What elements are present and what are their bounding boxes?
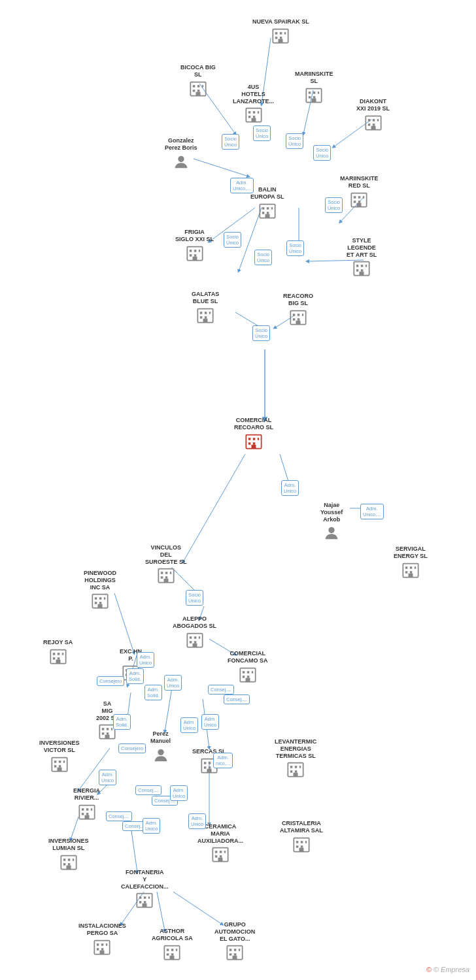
svg-rect-70: [267, 207, 269, 210]
svg-rect-159: [56, 659, 60, 663]
svg-rect-91: [361, 265, 364, 268]
svg-rect-105: [298, 314, 300, 316]
node-rejoy[interactable]: REJOY SA: [43, 639, 73, 666]
svg-rect-151: [247, 676, 250, 678]
node-levantermic[interactable]: LEVANTERMICENERGIASTERMICAS SL: [275, 738, 316, 779]
svg-rect-65: [372, 123, 375, 126]
svg-rect-76: [354, 196, 356, 199]
svg-rect-198: [86, 808, 88, 811]
node-cristaleria[interactable]: CRISTALERIAALTAMIRA SAL: [280, 820, 323, 854]
badge-consejero-1: Consejero: [97, 676, 124, 686]
node-frigia-siglo[interactable]: FRIGIASIGLO XXI SL: [175, 229, 214, 263]
svg-rect-220: [73, 858, 74, 861]
badge-adm-solid-1: Adm.Solid.: [126, 668, 144, 684]
svg-rect-99: [209, 312, 211, 314]
svg-rect-119: [405, 566, 408, 569]
svg-line-4: [194, 159, 248, 176]
node-perez-manuel[interactable]: PerezManuel: [150, 730, 171, 764]
svg-rect-202: [84, 815, 89, 819]
node-comercial-foncamo[interactable]: COMERCIALFONCAMO SA: [228, 650, 268, 684]
badge-adm-unico-1: Adm.Unico,...: [230, 178, 254, 193]
node-pinewood[interactable]: PINEWOODHOLDINGSINC SA: [84, 570, 116, 610]
svg-rect-33: [275, 32, 278, 35]
svg-rect-138: [98, 604, 103, 608]
node-fontaneria[interactable]: FONTANERIAYCALEFACCION...: [121, 869, 169, 909]
svg-rect-114: [248, 442, 251, 445]
badge-adm-unico-12: Adm.Unico: [143, 818, 160, 834]
node-servigal[interactable]: SERVIGALENERGY SL: [394, 546, 428, 580]
node-style-legende[interactable]: STYLELEGENDEET ART SL: [347, 237, 377, 278]
node-aleppo[interactable]: ALEPPOABOGADOS SL: [173, 615, 216, 649]
node-diakont[interactable]: DIAKONTXXI 2019 SL: [356, 98, 390, 132]
svg-rect-85: [198, 250, 199, 252]
node-mariinskite[interactable]: MARIINSKITESL: [295, 71, 333, 105]
svg-rect-41: [197, 85, 200, 88]
svg-rect-61: [367, 119, 370, 122]
badge-socio-unico-3: SocioÚnico: [286, 133, 303, 149]
svg-rect-170: [111, 728, 112, 731]
svg-rect-59: [312, 98, 316, 102]
node-gonzalez[interactable]: GonzalezPerez Boris: [165, 137, 197, 171]
svg-rect-211: [296, 841, 299, 843]
svg-rect-127: [165, 572, 168, 575]
svg-rect-240: [171, 949, 174, 951]
node-bicoca-big[interactable]: BICOCA BIGSL: [180, 64, 216, 98]
node-instalaciones-pergo[interactable]: INSTALACIONESPERGO SA: [78, 923, 126, 956]
svg-rect-152: [245, 678, 250, 681]
svg-rect-73: [267, 212, 269, 214]
svg-rect-192: [299, 766, 301, 769]
svg-rect-201: [86, 813, 88, 815]
svg-rect-183: [204, 762, 207, 764]
svg-rect-207: [215, 856, 218, 858]
badge-socio-unico-6: SocioÚnico: [224, 232, 241, 248]
node-vinculos[interactable]: VINCULOSDELSUROESTE SL: [145, 544, 187, 585]
svg-rect-222: [68, 863, 71, 866]
badge-adm-unico-8: Adm.Unico: [99, 770, 116, 785]
svg-rect-144: [194, 641, 196, 644]
node-najae[interactable]: NajaeYoussefArkob: [320, 502, 343, 542]
node-inversiones-lumian[interactable]: INVERSIONESLUMIAN SL: [48, 838, 89, 872]
badge-adm-unico-7: Adm.Unico: [201, 714, 219, 730]
node-nueva-spairak[interactable]: NUEVA SPAIRAK SL: [252, 18, 309, 45]
svg-rect-35: [284, 32, 286, 35]
svg-rect-148: [247, 671, 250, 674]
svg-rect-221: [63, 863, 66, 866]
svg-rect-206: [224, 851, 226, 854]
svg-rect-232: [97, 943, 99, 946]
node-reacoro-big[interactable]: REACOROBIG SL: [283, 293, 313, 327]
node-balin-europa[interactable]: BALINEUROPA SL: [250, 186, 284, 220]
svg-rect-205: [220, 851, 222, 854]
svg-rect-93: [356, 270, 359, 272]
svg-rect-200: [81, 813, 84, 815]
svg-rect-248: [239, 949, 240, 952]
node-mariinskite-red[interactable]: MARIINSKITERED SL: [340, 175, 379, 209]
svg-rect-62: [372, 119, 375, 122]
node-inversiones-victor[interactable]: INVERSIONESVICTOR SL: [39, 740, 80, 774]
svg-rect-179: [59, 765, 61, 768]
node-asthor[interactable]: ASTHORAGRICOLA SA: [152, 928, 193, 962]
node-grupo-automocion[interactable]: GRUPOAUTOMOCIONEL GATO...: [214, 921, 255, 962]
node-4us-hotels[interactable]: 4USHOTELSLANZAROTE...: [233, 84, 274, 124]
svg-rect-157: [53, 657, 56, 660]
svg-rect-155: [58, 653, 60, 655]
svg-rect-87: [194, 254, 196, 257]
svg-rect-90: [356, 265, 359, 268]
svg-rect-124: [408, 573, 413, 577]
svg-line-13: [280, 454, 289, 483]
svg-rect-142: [198, 636, 199, 639]
node-comercial-recoaro[interactable]: COMERCIALRECOARO SL: [234, 417, 273, 451]
svg-rect-81: [357, 203, 362, 206]
svg-rect-94: [361, 270, 364, 272]
svg-point-117: [329, 527, 335, 533]
badge-socio-unico-8: SocioÚnico: [286, 240, 304, 256]
svg-rect-126: [161, 572, 163, 575]
node-energia-rivier[interactable]: ENERGIARIVIER...: [73, 787, 100, 821]
svg-rect-216: [299, 847, 303, 851]
node-galatas-blue[interactable]: GALATASBLUE SL: [192, 291, 219, 325]
svg-rect-233: [101, 943, 104, 946]
node-ceramica-maria[interactable]: CERAMICAMARIAAUXILIADORA...: [197, 823, 243, 864]
svg-rect-48: [252, 112, 255, 114]
svg-rect-176: [59, 760, 61, 763]
svg-rect-187: [209, 766, 211, 769]
svg-rect-135: [104, 598, 105, 600]
